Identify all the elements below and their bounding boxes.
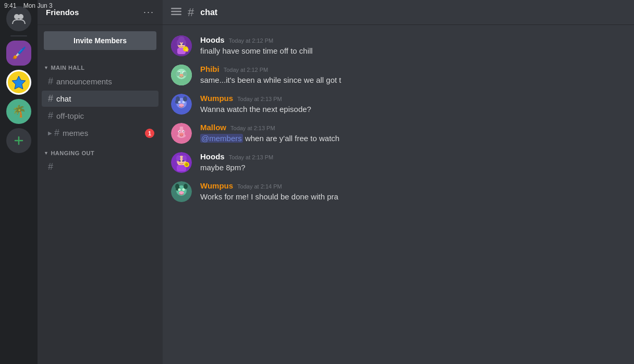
server-icon-yellow[interactable]	[6, 70, 31, 95]
chat-title-hash: #	[188, 6, 194, 19]
message-content: Phibi Today at 2:12 PM same...it's been …	[200, 65, 626, 85]
message-content: Wumpus Today at 2:14 PM Works for me! I …	[200, 181, 626, 202]
collapse-arrow-memes: ▶	[48, 130, 52, 136]
server-icon-friends[interactable]	[6, 6, 31, 31]
message-text: Works for me! I should be done with pra	[200, 191, 626, 202]
unread-badge-memes: 1	[145, 129, 154, 138]
category-hanging-out[interactable]: ▼ HANGING OUT	[38, 142, 163, 158]
svg-rect-6	[171, 8, 181, 9]
svg-point-45	[174, 131, 178, 136]
server-header: Friendos ···	[38, 0, 163, 25]
status-bar: 9:41 Mon Jun 3	[4, 2, 53, 9]
server-sidebar: 🖌️ 🌴	[0, 0, 38, 364]
svg-point-63	[184, 184, 188, 189]
messages-container[interactable]: 🌟 Hoods Today at 2:12 PM finally have so…	[163, 25, 634, 364]
channel-name-off-topic: off-topic	[56, 111, 154, 120]
message-timestamp: Today at 2:12 PM	[224, 67, 269, 73]
message-text: @members when are y'all free to watch	[200, 133, 626, 144]
hash-icon-off-topic: #	[48, 110, 53, 121]
date-display: Mon Jun 3	[23, 2, 53, 9]
channel-item-memes[interactable]: ▶ # memes 1	[42, 125, 159, 141]
avatar: 🌟	[171, 35, 192, 56]
table-row: 🌟 Hoods Today at 2:12 PM finally have so…	[163, 33, 634, 58]
message-text: maybe 8pm?	[200, 162, 626, 173]
svg-point-52	[182, 160, 184, 162]
channel-item-chat[interactable]: # chat	[42, 91, 159, 107]
message-header: Mallow Today at 2:13 PM	[200, 123, 626, 132]
hash-icon-chat: #	[48, 93, 53, 104]
category-arrow-hanging-out: ▼	[44, 150, 48, 156]
category-label-hanging-out: HANGING OUT	[51, 150, 94, 156]
message-content: Hoods Today at 2:13 PM maybe 8pm?	[200, 152, 626, 173]
message-header: Hoods Today at 2:12 PM	[200, 35, 626, 44]
message-header: Wumpus Today at 2:14 PM	[200, 181, 626, 190]
avatar	[171, 94, 192, 115]
svg-point-62	[175, 184, 179, 189]
mention-members: @members	[200, 134, 243, 143]
category-main-hall[interactable]: ▼ MAIN HALL	[38, 56, 163, 73]
svg-point-59	[178, 189, 181, 191]
svg-point-34	[176, 96, 180, 102]
message-timestamp: Today at 2:13 PM	[237, 96, 282, 102]
channel-item-off-topic[interactable]: # off-topic	[42, 108, 159, 124]
server-icon-add[interactable]	[6, 128, 31, 153]
message-text: same...it's been a while since we all go…	[200, 74, 626, 85]
svg-point-55	[185, 163, 188, 166]
server-icon-purple[interactable]: 🖌️	[6, 41, 31, 66]
svg-point-25	[179, 74, 184, 76]
svg-rect-8	[171, 14, 181, 16]
message-author: Phibi	[200, 65, 220, 73]
svg-point-51	[179, 160, 181, 162]
hamburger-icon[interactable]	[171, 7, 181, 18]
table-row: Wumpus Today at 2:13 PM Wanna watch the …	[163, 92, 634, 117]
channel-item-hanging-placeholder[interactable]: #	[42, 159, 159, 175]
message-timestamp: Today at 2:13 PM	[230, 125, 275, 131]
message-author: Mallow	[200, 123, 226, 132]
category-arrow-main-hall: ▼	[44, 65, 48, 70]
table-row: Hoods Today at 2:13 PM maybe 8pm?	[163, 150, 634, 175]
hash-icon-announcements: #	[48, 76, 53, 87]
svg-text:🌟: 🌟	[185, 47, 189, 52]
hash-icon-placeholder: #	[48, 161, 53, 172]
svg-point-35	[183, 96, 187, 102]
channel-name-memes: memes	[63, 129, 145, 137]
svg-point-46	[185, 131, 189, 136]
svg-point-41	[184, 131, 185, 132]
message-header: Wumpus Today at 2:13 PM	[200, 94, 626, 103]
message-timestamp: Today at 2:13 PM	[229, 154, 274, 160]
message-timestamp: Today at 2:14 PM	[237, 183, 282, 190]
avatar	[171, 65, 192, 85]
avatar	[171, 181, 192, 202]
message-content: Hoods Today at 2:12 PM finally have some…	[200, 35, 626, 56]
server-divider	[10, 35, 27, 36]
message-text: Wanna watch the next episode?	[200, 104, 626, 115]
avatar	[171, 123, 192, 144]
message-content: Wumpus Today at 2:13 PM Wanna watch the …	[200, 94, 626, 115]
chat-area: # chat 🌟	[163, 0, 634, 364]
message-author: Wumpus	[200, 94, 233, 103]
table-row: Phibi Today at 2:12 PM same...it's been …	[163, 62, 634, 87]
svg-rect-7	[171, 11, 181, 12]
channel-item-announcements[interactable]: # announcements	[42, 73, 159, 90]
message-author: Wumpus	[200, 181, 233, 190]
invite-members-button[interactable]: Invite Members	[44, 31, 156, 50]
message-content: Mallow Today at 2:13 PM @members when ar…	[200, 123, 626, 144]
message-timestamp: Today at 2:12 PM	[229, 37, 274, 44]
avatar	[171, 152, 192, 173]
message-text: finally have some time off to chill	[200, 45, 626, 56]
channel-sidebar: Friendos ··· Invite Members ▼ MAIN HALL …	[38, 0, 163, 364]
message-header: Hoods Today at 2:13 PM	[200, 152, 626, 161]
svg-point-27	[183, 72, 187, 76]
svg-point-26	[176, 72, 180, 76]
svg-point-60	[182, 189, 185, 191]
chat-channel-title: chat	[200, 8, 217, 17]
hash-icon-memes: #	[54, 128, 59, 139]
category-label-main-hall: MAIN HALL	[51, 65, 84, 71]
server-icon-island[interactable]: 🌴	[6, 99, 31, 124]
message-author: Hoods	[200, 35, 225, 44]
server-options-button[interactable]: ···	[143, 7, 154, 18]
table-row: Mallow Today at 2:13 PM @members when ar…	[163, 121, 634, 146]
chat-header: # chat	[163, 0, 634, 25]
message-author: Hoods	[200, 152, 225, 161]
time-display: 9:41	[4, 2, 16, 9]
